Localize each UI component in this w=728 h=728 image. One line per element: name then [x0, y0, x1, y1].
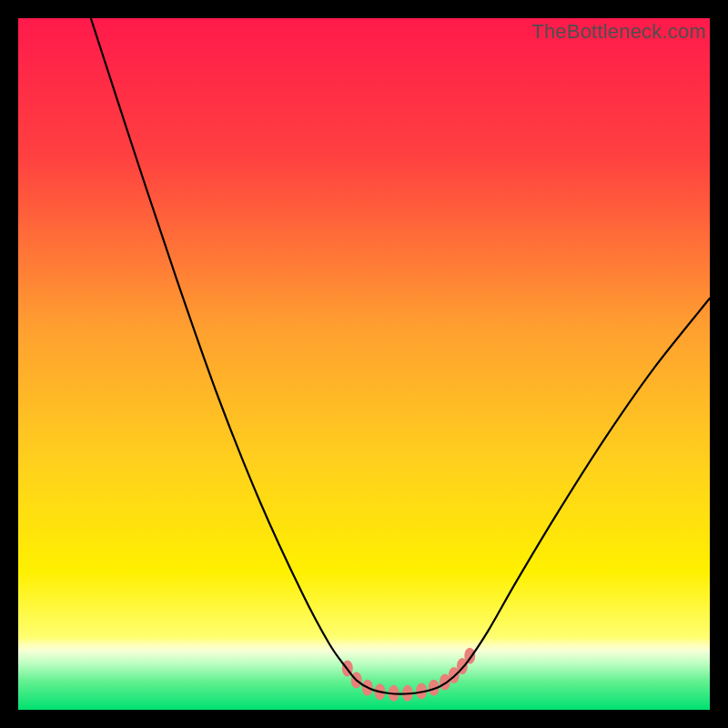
marker-dot: [464, 648, 475, 664]
gradient-bg: [18, 18, 710, 710]
chart-svg: [18, 18, 710, 710]
watermark-text: TheBottleneck.com: [531, 20, 706, 44]
chart-frame: TheBottleneck.com: [18, 18, 710, 710]
